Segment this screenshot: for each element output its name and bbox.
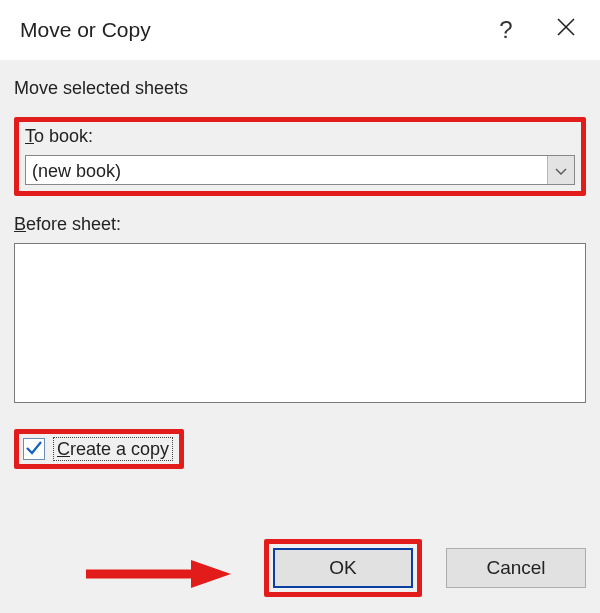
dialog-content: Move selected sheets To book: (new book)… bbox=[0, 60, 600, 613]
to-book-highlight: To book: (new book) bbox=[14, 117, 586, 196]
ok-button[interactable]: OK bbox=[273, 548, 413, 588]
dialog-button-row: OK Cancel bbox=[264, 539, 586, 597]
dialog-title: Move or Copy bbox=[20, 18, 476, 42]
cancel-button[interactable]: Cancel bbox=[446, 548, 586, 588]
title-bar: Move or Copy ? bbox=[0, 0, 600, 60]
help-button[interactable]: ? bbox=[476, 0, 536, 60]
close-icon bbox=[556, 17, 576, 43]
close-button[interactable] bbox=[536, 0, 596, 60]
to-book-label-text: o book: bbox=[34, 126, 93, 146]
check-icon bbox=[26, 439, 42, 460]
before-sheet-label: Before sheet: bbox=[14, 214, 121, 235]
create-copy-label-text: reate a copy bbox=[70, 439, 169, 459]
to-book-drop-button[interactable] bbox=[547, 156, 574, 184]
ok-highlight: OK bbox=[264, 539, 422, 597]
before-sheet-label-text: efore sheet: bbox=[26, 214, 121, 234]
to-book-mnemonic: T bbox=[25, 126, 34, 146]
create-copy-mnemonic: C bbox=[57, 439, 70, 459]
to-book-label: To book: bbox=[25, 126, 93, 147]
svg-marker-1 bbox=[191, 560, 231, 588]
create-copy-highlight: Create a copy bbox=[14, 429, 184, 469]
help-icon: ? bbox=[499, 16, 512, 44]
move-or-copy-dialog: Move or Copy ? Move selected sheets To b… bbox=[0, 0, 600, 613]
annotation-arrow-icon bbox=[86, 559, 231, 589]
to-book-dropdown[interactable]: (new book) bbox=[25, 155, 575, 185]
to-book-value: (new book) bbox=[26, 156, 547, 184]
before-sheet-mnemonic: B bbox=[14, 214, 26, 234]
chevron-down-icon bbox=[555, 160, 567, 181]
create-copy-checkbox[interactable] bbox=[23, 438, 45, 460]
before-sheet-listbox[interactable] bbox=[14, 243, 586, 403]
create-copy-label: Create a copy bbox=[53, 437, 173, 461]
move-selected-sheets-label: Move selected sheets bbox=[14, 78, 586, 99]
